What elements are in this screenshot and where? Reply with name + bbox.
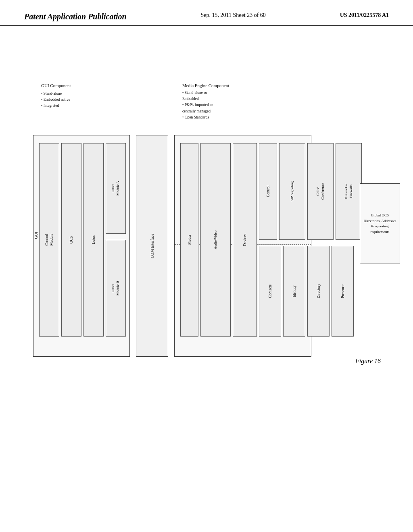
patent-title: Patent Application Publication	[24, 12, 127, 21]
module-a-box: OtherModule A	[106, 143, 126, 234]
calls-conference-box: Calls/Conference	[307, 143, 334, 240]
diagram-container: GUI Component • Stand-alone • Embedded n…	[25, 83, 388, 373]
sip-signaling-box: SIP Signaling	[279, 143, 305, 240]
media-box: Media	[180, 143, 198, 337]
patent-meta: Sep. 15, 2011 Sheet 23 of 60	[201, 12, 266, 19]
module-b-box: OtherModule B	[106, 240, 126, 337]
devices-box: Devices	[233, 143, 257, 337]
patent-number: US 2011/0225578 A1	[340, 12, 389, 19]
gui-component-label: GUI Component	[41, 83, 71, 89]
presence-box: Presence	[332, 246, 354, 337]
lotus-box: Lotus	[83, 143, 104, 337]
control-box: Control	[259, 143, 277, 240]
networks-firewalls-box: Networks/Firewalls	[336, 143, 362, 240]
patent-header: Patent Application Publication Sep. 15, …	[0, 0, 413, 26]
com-interface-box: COM Interface	[136, 135, 168, 357]
identity-box: Identity	[283, 246, 305, 337]
gui-side-label: GUI	[34, 232, 38, 239]
gui-annotation: • Stand-alone • Embedded native • Integr…	[41, 91, 70, 109]
media-engine-label: Media Engine Component	[182, 83, 229, 89]
contacts-box: Contacts	[259, 246, 281, 337]
directory-box: Directory	[307, 246, 330, 337]
global-ocs-box: Global OCSDirectories, Addresses& operat…	[360, 183, 400, 264]
control-module-box: ControlModule	[39, 143, 59, 337]
media-annotation: • Stand-alone or Embedded • P&P's import…	[182, 90, 213, 121]
diagram-area: Figure 16 GUI Component • Stand-alone • …	[0, 26, 413, 389]
audio-video-box: Audio/Video	[200, 143, 231, 337]
ocs-box: OCS	[61, 143, 81, 337]
